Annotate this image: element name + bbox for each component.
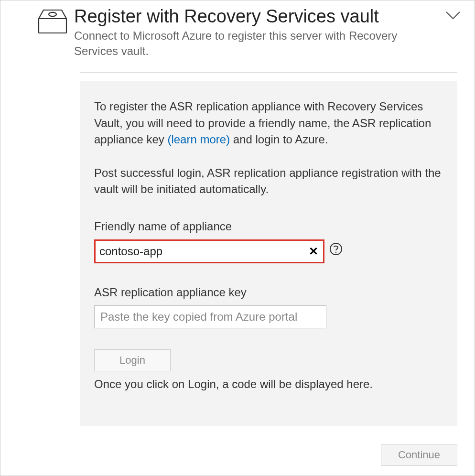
header-text: Register with Recovery Services vault Co…	[74, 6, 461, 59]
help-icon[interactable]	[329, 242, 343, 260]
friendly-name-label: Friendly name of appliance	[94, 218, 443, 235]
content-panel: To register the ASR replication applianc…	[80, 81, 457, 426]
vault-icon	[38, 9, 67, 37]
svg-rect-0	[39, 19, 66, 33]
svg-point-3	[335, 252, 336, 253]
appliance-key-label: ASR replication appliance key	[94, 284, 443, 301]
continue-button[interactable]: Continue	[381, 444, 457, 466]
page-subtitle: Connect to Microsoft Azure to register t…	[74, 28, 437, 59]
intro-paragraph-1: To register the ASR replication applianc…	[94, 98, 443, 147]
page-title: Register with Recovery Services vault	[74, 6, 461, 27]
intro-text-1b: and login to Azure.	[230, 133, 328, 146]
separator	[80, 72, 457, 73]
svg-point-2	[330, 243, 342, 255]
appliance-key-input[interactable]	[94, 305, 326, 328]
friendly-name-input[interactable]	[96, 241, 304, 262]
header: Register with Recovery Services vault Co…	[38, 6, 461, 59]
login-hint: Once you click on Login, a code will be …	[94, 376, 443, 392]
learn-more-link[interactable]: (learn more)	[167, 133, 230, 146]
register-pane: Register with Recovery Services vault Co…	[0, 0, 475, 476]
login-button[interactable]: Login	[94, 349, 171, 371]
chevron-down-icon[interactable]	[445, 10, 461, 22]
intro-paragraph-2: Post successful login, ASR replication a…	[94, 165, 443, 197]
friendly-name-input-wrap: ✕	[94, 239, 324, 263]
svg-point-1	[49, 12, 56, 16]
clear-input-icon[interactable]: ✕	[304, 243, 323, 260]
friendly-name-row: ✕	[94, 239, 443, 263]
